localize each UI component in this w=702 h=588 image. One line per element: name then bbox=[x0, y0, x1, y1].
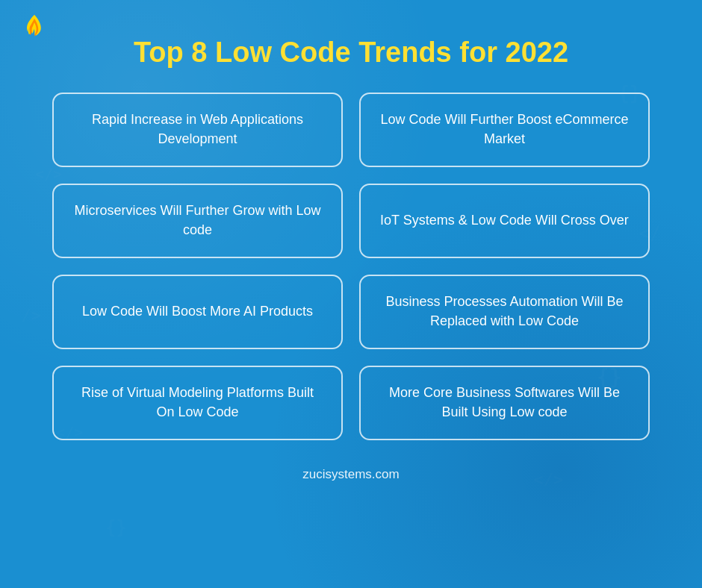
trend-card-2: Low Code Will Further Boost eCommerce Ma… bbox=[359, 93, 650, 167]
trend-card-5: Low Code Will Boost More AI Products bbox=[52, 275, 343, 349]
page-content: Top 8 Low Code Trends for 2022 Rapid Inc… bbox=[0, 0, 702, 482]
logo-flame-icon bbox=[21, 13, 48, 46]
trend-card-4: IoT Systems & Low Code Will Cross Over bbox=[359, 184, 650, 258]
trend-card-1: Rapid Increase in Web Applications Devel… bbox=[52, 93, 343, 167]
trend-card-text-8: More Core Business Softwares Will Be Bui… bbox=[379, 384, 630, 421]
trend-card-8: More Core Business Softwares Will Be Bui… bbox=[359, 366, 650, 440]
trend-card-text-6: Business Processes Automation Will Be Re… bbox=[379, 293, 630, 330]
trend-card-text-2: Low Code Will Further Boost eCommerce Ma… bbox=[379, 110, 630, 148]
trend-card-text-5: Low Code Will Boost More AI Products bbox=[82, 302, 313, 321]
footer-website: zucisystems.com bbox=[302, 467, 399, 482]
trend-card-text-4: IoT Systems & Low Code Will Cross Over bbox=[380, 211, 629, 230]
page-title: Top 8 Low Code Trends for 2022 bbox=[134, 36, 568, 70]
trend-card-3: Microservices Will Further Grow with Low… bbox=[52, 184, 343, 258]
trend-card-6: Business Processes Automation Will Be Re… bbox=[359, 275, 650, 349]
trend-card-text-7: Rise of Virtual Modeling Platforms Built… bbox=[72, 384, 323, 421]
trends-grid: Rapid Increase in Web Applications Devel… bbox=[45, 93, 657, 440]
logo bbox=[21, 13, 48, 49]
trend-card-text-1: Rapid Increase in Web Applications Devel… bbox=[72, 110, 323, 148]
trend-card-text-3: Microservices Will Further Grow with Low… bbox=[72, 201, 323, 239]
bg-symbol-8: {} bbox=[105, 517, 127, 538]
trend-card-7: Rise of Virtual Modeling Platforms Built… bbox=[52, 366, 343, 440]
